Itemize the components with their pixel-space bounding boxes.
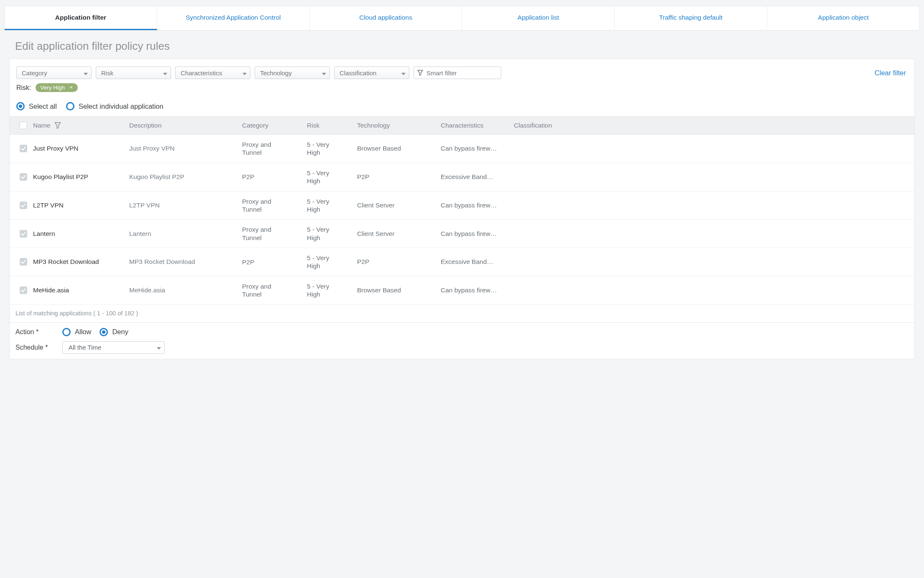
chevron-down-icon xyxy=(163,69,167,77)
active-filters: Risk: Very High × xyxy=(10,82,914,96)
form-schedule-row: Schedule * All the Time xyxy=(10,341,914,359)
cell-name: MeHide.asia xyxy=(33,286,129,294)
cell-technology: Client Server xyxy=(357,202,441,209)
radio-icon xyxy=(62,328,71,336)
table-row[interactable]: Just Proxy VPNJust Proxy VPNProxy andTun… xyxy=(10,135,914,163)
tab-traffic-shaping[interactable]: Traffic shaping default xyxy=(615,6,767,30)
filter-panel: Category Risk Characteristics Technology xyxy=(9,59,915,359)
dropdown-label: Characteristics xyxy=(181,69,222,77)
radio-icon xyxy=(16,102,25,110)
cell-risk: 5 - VeryHigh xyxy=(307,225,357,242)
cell-category: Proxy andTunnel xyxy=(242,225,307,242)
cell-name: L2TP VPN xyxy=(33,202,129,209)
remove-chip-icon[interactable]: × xyxy=(68,85,74,91)
form-action-row: Action * Allow Deny xyxy=(10,323,914,341)
table-row[interactable]: MeHide.asiaMeHide.asiaProxy andTunnel5 -… xyxy=(10,276,914,305)
cell-category: Proxy andTunnel xyxy=(242,282,307,299)
cell-characteristics: Can bypass firew… xyxy=(441,286,514,294)
checkbox-icon xyxy=(20,145,27,152)
dropdown-classification[interactable]: Classification xyxy=(334,66,409,79)
dropdown-label: Technology xyxy=(260,69,292,77)
cell-category: Proxy andTunnel xyxy=(242,197,307,214)
dropdown-category[interactable]: Category xyxy=(16,66,92,79)
cell-description: Lantern xyxy=(129,230,242,238)
table-row[interactable]: MP3 Rocket DownloadMP3 Rocket DownloadP2… xyxy=(10,248,914,276)
radio-label: Select all xyxy=(29,102,57,110)
tab-app-list[interactable]: Application list xyxy=(462,6,615,30)
header-classification[interactable]: Classification xyxy=(514,122,910,129)
cell-name: Just Proxy VPN xyxy=(33,145,129,152)
cell-characteristics: Can bypass firew… xyxy=(441,230,514,238)
select-schedule[interactable]: All the Time xyxy=(62,341,165,354)
cell-technology: Browser Based xyxy=(357,145,441,152)
cell-characteristics: Excessive Band… xyxy=(441,258,514,266)
table-body: Just Proxy VPNJust Proxy VPNProxy andTun… xyxy=(10,135,914,305)
cell-characteristics: Can bypass firew… xyxy=(441,145,514,152)
header-description[interactable]: Description xyxy=(129,122,242,129)
radio-label: Select individual application xyxy=(79,102,163,110)
radio-select-all[interactable]: Select all xyxy=(16,102,57,110)
table-row[interactable]: L2TP VPNL2TP VPNProxy andTunnel5 - VeryH… xyxy=(10,192,914,220)
row-check[interactable] xyxy=(14,258,33,266)
tab-cloud-apps[interactable]: Cloud applications xyxy=(310,6,462,30)
cell-technology: P2P xyxy=(357,258,441,266)
cell-technology: Client Server xyxy=(357,230,441,238)
filter-icon[interactable] xyxy=(54,122,61,129)
cell-name: Kugoo Playlist P2P xyxy=(33,173,129,181)
smart-filter-placeholder: Smart filter xyxy=(426,69,457,77)
cell-name: Lantern xyxy=(33,230,129,238)
chevron-down-icon xyxy=(401,69,406,77)
checkbox-icon xyxy=(20,258,27,266)
row-check[interactable] xyxy=(14,286,33,294)
radio-label: Deny xyxy=(112,328,128,336)
cell-category: P2P xyxy=(242,258,307,266)
row-check[interactable] xyxy=(14,173,33,181)
cell-risk: 5 - VeryHigh xyxy=(307,254,357,270)
table-row[interactable]: LanternLanternProxy andTunnel5 - VeryHig… xyxy=(10,220,914,248)
radio-icon xyxy=(100,328,108,336)
filter-chip-risk[interactable]: Very High × xyxy=(36,83,78,92)
radio-icon xyxy=(66,102,74,110)
radio-action-deny[interactable]: Deny xyxy=(100,328,128,336)
filter-chip-label: Risk: xyxy=(16,84,31,92)
chip-text: Very High xyxy=(41,84,65,91)
cell-characteristics: Excessive Band… xyxy=(441,173,514,181)
row-check[interactable] xyxy=(14,202,33,209)
header-characteristics[interactable]: Characteristics xyxy=(441,122,514,129)
smart-filter-input[interactable]: Smart filter xyxy=(414,66,501,79)
filters-row: Category Risk Characteristics Technology xyxy=(10,59,914,82)
cell-description: MeHide.asia xyxy=(129,286,242,294)
cell-category: Proxy andTunnel xyxy=(242,141,307,157)
header-risk[interactable]: Risk xyxy=(307,122,357,129)
radio-label: Allow xyxy=(75,328,91,336)
tab-app-filter[interactable]: Application filter xyxy=(5,6,157,30)
header-name[interactable]: Name xyxy=(33,122,129,129)
page-title: Edit application filter policy rules xyxy=(15,40,920,53)
tabs-bar: Application filterSynchronized Applicati… xyxy=(4,6,920,31)
tab-sync-app-control[interactable]: Synchronized Application Control xyxy=(157,6,310,30)
list-footer: List of matching applications ( 1 - 100 … xyxy=(10,305,914,323)
cell-risk: 5 - VeryHigh xyxy=(307,282,357,299)
header-technology[interactable]: Technology xyxy=(357,122,441,129)
dropdown-label: Risk xyxy=(101,69,113,77)
dropdown-technology[interactable]: Technology xyxy=(255,66,330,79)
clear-filter-link[interactable]: Clear filter xyxy=(875,69,908,77)
dropdown-characteristics[interactable]: Characteristics xyxy=(175,66,250,79)
tab-app-object[interactable]: Application object xyxy=(767,6,919,30)
checkbox-icon xyxy=(20,122,27,129)
chevron-down-icon xyxy=(84,69,88,77)
header-label: Name xyxy=(33,122,50,129)
dropdown-risk[interactable]: Risk xyxy=(96,66,171,79)
cell-description: Kugoo Playlist P2P xyxy=(129,173,242,181)
row-check[interactable] xyxy=(14,230,33,238)
chevron-down-icon xyxy=(157,344,161,351)
radio-action-allow[interactable]: Allow xyxy=(62,328,91,336)
cell-technology: P2P xyxy=(357,173,441,181)
row-check[interactable] xyxy=(14,145,33,152)
cell-description: Just Proxy VPN xyxy=(129,145,242,152)
table-row[interactable]: Kugoo Playlist P2PKugoo Playlist P2PP2P5… xyxy=(10,163,914,192)
header-category[interactable]: Category xyxy=(242,122,307,129)
radio-select-individual[interactable]: Select individual application xyxy=(66,102,163,110)
cell-technology: Browser Based xyxy=(357,286,441,294)
header-check[interactable] xyxy=(14,122,33,129)
